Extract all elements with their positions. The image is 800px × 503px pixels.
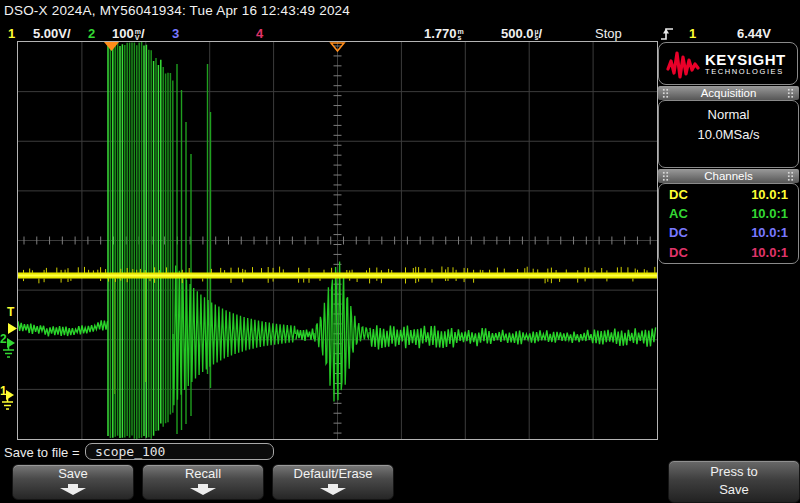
filename-input[interactable]: scope_100 [85, 443, 274, 460]
down-arrow-icon [60, 484, 86, 495]
title-bar: DSO-X 2024A, MY56041934: Tue Apr 16 12:4… [4, 3, 350, 18]
keysight-logo-icon [666, 49, 700, 79]
waveform-display[interactable] [17, 41, 658, 440]
channels-header[interactable]: Channels [658, 169, 799, 183]
default-erase-softkey[interactable]: Default/Erase [272, 464, 394, 500]
recall-softkey[interactable]: Recall [142, 464, 264, 500]
channel-row-4: DC10.0:1 [659, 243, 798, 262]
status-ch1-scale[interactable]: 5.00V/ [33, 26, 71, 41]
status-ch4-number[interactable]: 4 [256, 26, 263, 41]
waveform-canvas [18, 42, 657, 439]
grip-icon [787, 171, 795, 181]
sample-rate: 10.0MSa/s [659, 127, 798, 142]
channel-row-3: DC10.0:1 [659, 223, 798, 242]
status-ch3-number[interactable]: 3 [172, 26, 179, 41]
status-ch2-scale[interactable]: 100mV/ [112, 26, 145, 41]
status-ch1-number[interactable]: 1 [8, 26, 15, 41]
channel-row-1: DC10.0:1 [659, 184, 798, 204]
status-delay-time[interactable]: 1.770ms [424, 26, 464, 41]
trigger-level[interactable]: 6.44V [737, 26, 771, 41]
save-softkey[interactable]: Save [12, 464, 134, 500]
run-state[interactable]: Stop [595, 26, 622, 41]
channel-row-2: AC10.0:1 [659, 204, 798, 223]
trigger-level-label: T [7, 307, 14, 317]
save-to-file-label: Save to file = [4, 445, 80, 460]
grip-icon [662, 88, 670, 98]
down-arrow-icon [320, 484, 346, 495]
channels-panel: DC10.0:1 AC10.0:1 DC10.0:1 DC10.0:1 [658, 183, 799, 264]
ch2-reference-label: 2 [0, 334, 7, 344]
ch1-ground-icon [1, 397, 14, 415]
brand-name: KEYSIGHT [705, 52, 786, 67]
brand-subtitle: TECHNOLOGIES [705, 67, 786, 76]
acquisition-panel: Normal 10.0MSa/s [658, 100, 799, 168]
ch2-ground-icon [2, 345, 15, 363]
acquisition-header[interactable]: Acquisition [658, 86, 799, 100]
press-to-save-button[interactable]: Press to Save [668, 460, 800, 503]
status-ch2-number[interactable]: 2 [88, 26, 95, 41]
delay-unit-stack: ms [458, 29, 464, 40]
brand-panel: KEYSIGHT TECHNOLOGIES [658, 42, 798, 85]
acquisition-mode: Normal [659, 107, 798, 122]
down-arrow-icon [190, 484, 216, 495]
status-timebase[interactable]: 500.0µs/ [501, 26, 542, 41]
grip-icon [662, 171, 670, 181]
trigger-source[interactable]: 1 [689, 26, 696, 41]
grip-icon [787, 88, 795, 98]
